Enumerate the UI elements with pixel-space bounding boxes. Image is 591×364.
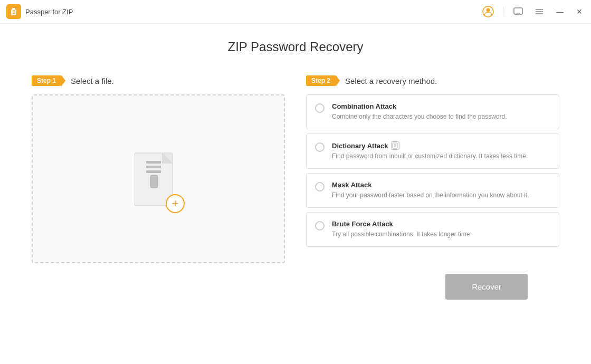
step2-header: Step 2 Select a recovery method. <box>306 75 559 86</box>
title-bar-left: Passper for ZIP <box>6 4 73 19</box>
menu-icon[interactable] <box>533 5 546 18</box>
step2-section: Step 2 Select a recovery method. Combina… <box>306 75 559 247</box>
svg-rect-15 <box>146 161 161 164</box>
option-mask-desc: Find your password faster based on the i… <box>332 190 529 200</box>
step2-label: Select a recovery method. <box>345 76 437 85</box>
separator <box>503 7 503 16</box>
dictionary-info-icon[interactable] <box>391 141 399 150</box>
svg-point-7 <box>487 8 490 12</box>
option-mask-content: Mask Attack Find your password faster ba… <box>332 181 529 200</box>
option-dictionary-content: Dictionary Attack Find password from inb… <box>332 141 528 161</box>
option-bruteforce-content: Brute Force Attack Try all possible comb… <box>332 220 472 239</box>
option-dictionary-desc: Find password from inbuilt or customized… <box>332 151 528 161</box>
title-bar-controls: — ✕ <box>482 5 585 18</box>
recover-button[interactable]: Recover <box>445 274 528 300</box>
main-content: ZIP Password Recovery Step 1 Select a fi… <box>0 24 591 310</box>
radio-mask[interactable] <box>315 182 325 191</box>
svg-rect-16 <box>146 166 161 168</box>
title-bar: Passper for ZIP — ✕ <box>0 0 591 24</box>
step1-header: Step 1 Select a file. <box>32 75 285 86</box>
app-icon <box>6 4 21 19</box>
option-combination-title: Combination Attack <box>332 102 507 110</box>
option-mask-title: Mask Attack <box>332 181 529 189</box>
svg-rect-4 <box>13 12 15 13</box>
step1-label: Select a file. <box>71 76 114 85</box>
page-title: ZIP Password Recovery <box>228 40 364 54</box>
bottom-bar: Recover <box>32 263 559 300</box>
close-button[interactable]: ✕ <box>574 6 585 17</box>
option-bruteforce[interactable]: Brute Force Attack Try all possible comb… <box>306 212 559 247</box>
option-bruteforce-desc: Try all possible combinations. It takes … <box>332 229 472 239</box>
radio-bruteforce[interactable] <box>315 221 325 231</box>
svg-rect-3 <box>13 10 15 11</box>
app-title: Passper for ZIP <box>25 8 73 16</box>
radio-dictionary[interactable] <box>315 142 325 152</box>
option-dictionary-title: Dictionary Attack <box>332 141 528 150</box>
svg-rect-17 <box>146 170 161 173</box>
user-icon[interactable] <box>482 5 494 18</box>
option-combination-desc: Combine only the characters you choose t… <box>332 112 507 121</box>
file-icon-wrapper: + <box>135 148 182 210</box>
chat-icon[interactable] <box>512 5 525 18</box>
step1-badge: Step 1 <box>32 75 61 86</box>
option-combination-content: Combination Attack Combine only the char… <box>332 102 507 121</box>
step2-badge: Step 2 <box>306 75 336 86</box>
svg-rect-1 <box>12 8 15 9</box>
radio-combination[interactable] <box>315 103 325 113</box>
recovery-options: Combination Attack Combine only the char… <box>306 94 559 247</box>
step1-section: Step 1 Select a file. <box>32 75 285 263</box>
option-combination[interactable]: Combination Attack Combine only the char… <box>306 94 559 129</box>
file-drop-zone[interactable]: + <box>32 94 285 263</box>
svg-rect-5 <box>13 13 15 14</box>
option-dictionary[interactable]: Dictionary Attack Find password from inb… <box>306 133 559 169</box>
svg-rect-18 <box>150 175 158 188</box>
minimize-button[interactable]: — <box>554 6 566 17</box>
steps-row: Step 1 Select a file. <box>32 75 559 263</box>
option-mask[interactable]: Mask Attack Find your password faster ba… <box>306 173 559 208</box>
add-file-button[interactable]: + <box>166 194 185 213</box>
option-bruteforce-title: Brute Force Attack <box>332 220 472 228</box>
